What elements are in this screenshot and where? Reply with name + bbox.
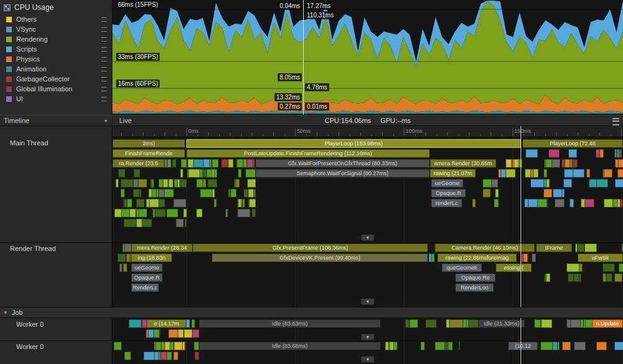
timeline-debris-bar[interactable]	[148, 189, 152, 198]
timeline-debris-bar[interactable]	[138, 179, 147, 188]
timeline-debris-bar[interactable]	[604, 169, 612, 178]
timeline-debris-bar[interactable]	[152, 189, 157, 198]
timeline-debris-bar[interactable]	[472, 199, 476, 207]
collapse-arrow-icon[interactable]: ▼	[361, 356, 375, 363]
legend-drag-handle-icon[interactable]	[101, 57, 107, 61]
legend-item-others[interactable]: Others	[0, 14, 112, 24]
timeline-debris-bar[interactable]	[429, 253, 432, 262]
timeline-debris-bar[interactable]	[468, 319, 479, 328]
timeline-debris-bar[interactable]	[614, 273, 622, 282]
timeline-debris-bar[interactable]	[491, 179, 498, 188]
timeline-debris-bar[interactable]	[253, 189, 256, 198]
timeline-bar[interactable]: GfxDeviceVK.Present (99.40ms)	[212, 253, 428, 262]
timeline-debris-bar[interactable]	[230, 189, 237, 198]
timeline-bar[interactable]: ueGeome	[431, 179, 463, 188]
timeline-debris-bar[interactable]	[580, 319, 584, 328]
timeline-debris-bar[interactable]	[553, 189, 562, 198]
timeline-bar[interactable]: RenderLoo	[455, 283, 494, 292]
timeline-debris-bar[interactable]	[570, 199, 574, 207]
timeline-debris-bar[interactable]	[495, 189, 499, 198]
legend-item-vsync[interactable]: VSync	[0, 24, 112, 34]
timeline-bar[interactable]: (10.12	[508, 342, 538, 350]
timeline-debris-bar[interactable]	[425, 319, 437, 328]
timeline-debris-bar[interactable]	[534, 319, 541, 328]
timeline-debris-bar[interactable]	[599, 149, 604, 158]
timeline-debris-bar[interactable]	[152, 179, 154, 188]
collapse-arrow-icon[interactable]: ▼	[361, 298, 375, 305]
timeline-bar[interactable]: 2ms)	[112, 139, 185, 148]
timeline-debris-bar[interactable]	[385, 342, 389, 350]
timeline-debris-bar[interactable]	[188, 169, 200, 178]
timeline-debris-bar[interactable]	[124, 219, 137, 227]
timeline-debris-bar[interactable]	[247, 159, 253, 168]
timeline-debris-bar[interactable]	[514, 159, 519, 168]
timeline-bar[interactable]: Idle (21.33ms)	[478, 319, 525, 328]
timeline-debris-bar[interactable]	[172, 159, 176, 168]
timeline-debris-bar[interactable]	[123, 263, 127, 272]
timeline-debris-bar[interactable]	[562, 342, 571, 350]
timeline-debris-bar[interactable]	[174, 179, 178, 188]
timeline-debris-bar[interactable]	[235, 179, 240, 188]
timeline-debris-bar[interactable]	[528, 199, 538, 207]
timeline-debris-bar[interactable]	[619, 263, 623, 272]
timeline-debris-bar[interactable]	[247, 179, 256, 188]
timeline-debris-bar[interactable]	[532, 253, 536, 262]
timeline-debris-bar[interactable]	[586, 169, 590, 178]
legend-drag-handle-icon[interactable]	[101, 67, 107, 71]
legend-drag-handle-icon[interactable]	[101, 77, 107, 81]
timeline-debris-bar[interactable]	[243, 189, 248, 198]
timeline-bar[interactable]: Semaphore.WaitForSignal (80.27ms)	[255, 169, 430, 178]
timeline-debris-bar[interactable]	[114, 209, 122, 217]
timeline-debris-bar[interactable]	[164, 189, 174, 198]
timeline-debris-bar[interactable]	[191, 319, 195, 328]
timeline-debris-bar[interactable]	[136, 199, 145, 207]
timeline-debris-bar[interactable]	[448, 342, 453, 350]
timeline-bar[interactable]: essing (	[496, 263, 532, 272]
job-group-header[interactable]: ▼ Job	[0, 307, 623, 318]
timeline-debris-bar[interactable]	[212, 159, 219, 168]
timeline-debris-bar[interactable]	[184, 219, 187, 227]
timeline-debris-bar[interactable]	[540, 342, 553, 350]
legend-drag-handle-icon[interactable]	[101, 37, 107, 42]
thread-label-render-thread-1[interactable]: Render Thread	[10, 245, 56, 252]
timeline-debris-bar[interactable]	[458, 342, 460, 350]
timeline-debris-bar[interactable]	[543, 169, 547, 178]
timeline-debris-bar[interactable]	[124, 199, 127, 207]
timeline-debris-bar[interactable]	[596, 342, 607, 350]
legend-item-global-illumination[interactable]: Global Illumination	[0, 84, 112, 94]
legend-drag-handle-icon[interactable]	[101, 87, 107, 91]
view-mode-dropdown[interactable]: Timeline ▼	[0, 116, 112, 125]
timeline-debris-bar[interactable]	[596, 179, 608, 188]
timeline-debris-bar[interactable]	[483, 189, 491, 198]
timeline-debris-bar[interactable]	[249, 199, 256, 207]
timeline-debris-bar[interactable]	[207, 179, 217, 188]
timeline-debris-bar[interactable]	[525, 149, 538, 158]
timeline-debris-bar[interactable]	[573, 273, 580, 282]
timeline-bar[interactable]: tFrame	[536, 243, 572, 252]
timeline-debris-bar[interactable]	[563, 179, 572, 188]
timeline-debris-bar[interactable]	[116, 179, 119, 188]
timeline-debris-bar[interactable]	[173, 352, 178, 360]
timeline-debris-bar[interactable]	[166, 209, 178, 217]
timeline-bar[interactable]: Opaque.Re	[455, 273, 496, 282]
timeline-bar[interactable]: ing (18.83n	[131, 253, 172, 262]
timeline-debris-bar[interactable]	[126, 253, 130, 262]
timeline-bar[interactable]: Gfx.PresentFrame (108.36ms)	[193, 243, 428, 252]
timeline-debris-bar[interactable]	[180, 179, 187, 188]
timeline-debris-bar[interactable]	[129, 319, 142, 328]
timeline-debris-bar[interactable]	[546, 273, 550, 282]
timeline-debris-bar[interactable]	[617, 169, 623, 178]
timeline-debris-bar[interactable]	[212, 169, 214, 178]
timeline-debris-bar[interactable]	[421, 342, 425, 350]
legend-drag-handle-icon[interactable]	[101, 47, 107, 52]
timeline-bar[interactable]: Camera.Render (46.10ms)	[435, 243, 535, 252]
timeline-debris-bar[interactable]	[238, 169, 242, 178]
timeline-debris-bar[interactable]	[618, 159, 623, 168]
context-menu-icon[interactable]	[612, 118, 619, 125]
timeline-debris-bar[interactable]	[228, 159, 234, 168]
timeline-debris-bar[interactable]	[133, 189, 140, 198]
selected-frame-line[interactable]	[303, 0, 304, 115]
timeline-debris-bar[interactable]	[136, 209, 139, 217]
timeline-debris-bar[interactable]	[603, 263, 615, 272]
legend-drag-handle-icon[interactable]	[101, 27, 107, 32]
